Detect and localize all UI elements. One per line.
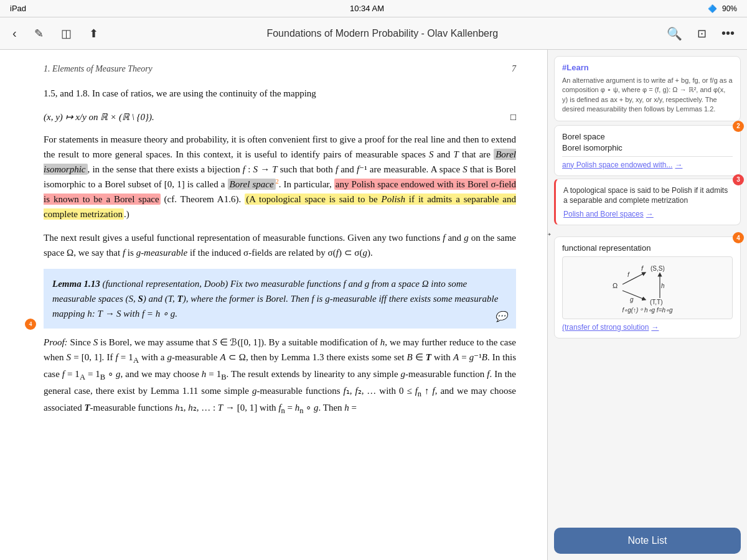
lemma-box: Lemma 1.13 (functional representation, D… xyxy=(44,269,516,329)
expand-area: ↔ xyxy=(548,228,747,234)
learn-tag: #Learn xyxy=(562,63,733,72)
badge-4: 4 xyxy=(733,232,744,243)
status-right: 🔷 90% xyxy=(708,4,737,13)
back-button[interactable]: ‹ xyxy=(10,24,19,43)
layout-button[interactable]: ⊡ xyxy=(695,24,709,43)
svg-text:f: f xyxy=(641,264,644,272)
bluetooth-icon: 🔷 xyxy=(708,4,717,13)
badge-2: 2 xyxy=(733,121,744,132)
paragraph-3: The next result gives a useful functiona… xyxy=(44,230,516,260)
chat-bubble-icon: 💬 xyxy=(495,309,507,325)
borel-card: 2 Borel space Borel isomorphic any Polis… xyxy=(554,125,741,176)
learn-card: #Learn An alternative argument is to wri… xyxy=(554,56,741,121)
paragraph-1: 1.5, and 1.8. In case of ratios, we are … xyxy=(44,86,516,101)
toolbar-left: ‹ ✎ ◫ ⬆ xyxy=(10,24,101,43)
note-list-button[interactable]: Note List xyxy=(554,528,741,554)
svg-text:(S,S): (S,S) xyxy=(651,265,665,272)
chapter-title: 1. Elements of Measure Theory 7 xyxy=(44,62,516,76)
toolbar-title: Foundations of Modern Probability - Olav… xyxy=(266,28,498,39)
sidebar: #Learn An alternative argument is to wri… xyxy=(548,50,747,560)
diagram-formula: f∘g(↑) ᵒ h∘g f=h∘g xyxy=(622,307,672,314)
proof-text: Since S is Borel, we may assume that S ∈… xyxy=(44,337,516,413)
math1-text: (x, y) ↦ x/y on ℝ × (ℝ \ {0}). xyxy=(44,110,154,124)
separator-1 xyxy=(562,156,733,157)
learn-text: An alternative argument is to write af +… xyxy=(562,76,733,114)
status-bar: iPad 10:34 AM 🔷 90% xyxy=(0,0,747,17)
paragraph-2: For statements in measure theory and pro… xyxy=(44,132,516,222)
para3-text: The next result gives a useful functiona… xyxy=(44,233,516,258)
highlight-borel-space: Borel space xyxy=(228,179,276,190)
chapter-page: 7 xyxy=(512,62,516,76)
highlight-borel-isomorphic: Borel isomorphic xyxy=(44,149,516,175)
chapter-title-text: 1. Elements of Measure Theory xyxy=(44,62,153,76)
badge-3: 3 xyxy=(733,174,744,185)
diagram-area: f (S,S) Ω (T,T) h xyxy=(562,256,733,319)
svg-text:h: h xyxy=(661,282,665,289)
layers-button[interactable]: ◫ xyxy=(59,24,74,43)
para2-text: For statements in measure theory and pro… xyxy=(44,134,516,219)
polish-borel-link[interactable]: Polish and Borel spaces → xyxy=(563,210,733,218)
borel-space-title: Borel space xyxy=(562,132,733,141)
para1-text: 1.5, and 1.8. In case of ratios, we are … xyxy=(44,88,316,98)
functional-title: functional representation xyxy=(562,243,733,253)
math-display: (x, y) ↦ x/y on ℝ × (ℝ \ {0}). □ xyxy=(44,110,516,124)
content-pane: 1. Elements of Measure Theory 7 1.5, and… xyxy=(0,50,548,560)
svg-text:(T,T): (T,T) xyxy=(650,299,663,306)
qed-symbol: □ xyxy=(510,110,516,124)
toolbar-right: 🔍 ⊡ ••• xyxy=(664,24,737,44)
polish-card: 3 A topological space is said to be Poli… xyxy=(554,179,741,226)
toolbar: ‹ ✎ ◫ ⬆ Foundations of Modern Probabilit… xyxy=(0,17,747,50)
proof-paragraph: Proof: Since S is Borel, we may assume t… xyxy=(44,335,516,417)
ipad-label: iPad xyxy=(10,4,26,13)
annotation-4: 4 xyxy=(25,319,36,330)
polish-description: A topological space is said to be Polish… xyxy=(563,185,733,207)
search-button[interactable]: 🔍 xyxy=(664,24,685,44)
main-layout: 1. Elements of Measure Theory 7 1.5, and… xyxy=(0,50,747,560)
transfer-link[interactable]: (transfer of strong solution → xyxy=(562,323,733,332)
content-text: 1. Elements of Measure Theory 7 1.5, and… xyxy=(44,62,516,417)
functional-diagram: f (S,S) Ω (T,T) h xyxy=(604,262,691,306)
battery-label: 90% xyxy=(722,4,737,13)
share-button[interactable]: ⬆ xyxy=(87,24,101,43)
borel-iso-title: Borel isomorphic xyxy=(562,143,733,152)
sidebar-scroll[interactable]: #Learn An alternative argument is to wri… xyxy=(548,50,747,528)
svg-text:g: g xyxy=(630,296,634,303)
expand-arrow-icon[interactable]: ↔ xyxy=(548,228,553,241)
more-button[interactable]: ••• xyxy=(719,24,737,43)
lemma-subtitle: (functional representation, Doob) xyxy=(102,279,228,289)
any-polish-link[interactable]: any Polish space endowed with... → xyxy=(562,161,733,169)
functional-card: 4 functional representation f (S,S) Ω xyxy=(554,236,741,338)
proof-label: Proof: xyxy=(44,337,68,347)
svg-text:f: f xyxy=(627,271,630,278)
pen-button[interactable]: ✎ xyxy=(32,24,46,43)
status-time: 10:34 AM xyxy=(350,4,384,13)
svg-line-3 xyxy=(622,273,644,284)
lemma-label: Lemma 1.13 xyxy=(52,279,100,289)
svg-text:Ω: Ω xyxy=(613,282,618,289)
status-left: iPad xyxy=(10,4,26,13)
